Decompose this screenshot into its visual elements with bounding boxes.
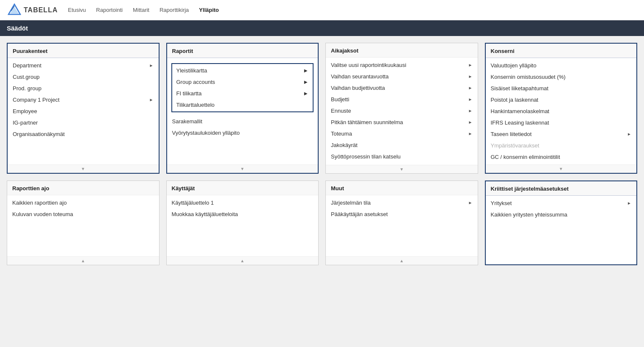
arrow-icon: ►: [149, 97, 154, 102]
main-content: Puurakenteet Department ► Cust.group Pro…: [0, 36, 644, 272]
scroll-up-btn[interactable]: ▲: [167, 256, 319, 265]
panel-kriittiset-header: Kriittiset järjestelmäasetukset: [486, 181, 637, 196]
list-item[interactable]: Prod. group: [8, 83, 159, 94]
bottom-grid-row: Raporttien ajo Kaikkien raporttien ajo K…: [7, 180, 637, 265]
arrow-icon: ►: [468, 74, 473, 79]
list-item[interactable]: Pääkäyttäjän asetukset: [326, 208, 478, 220]
list-item[interactable]: Vyörytystaulukoiden ylläpito: [167, 127, 318, 139]
nav-yllapito[interactable]: Ylläpito: [199, 5, 219, 15]
scroll-down-btn[interactable]: ▼: [167, 164, 318, 173]
panel-aikajaksot-header: Aikajaksot: [326, 43, 478, 58]
panel-raporttien-ajo-header: Raporttien ajo: [7, 181, 159, 195]
nav-items: Etusivu Raportointi Mittarit Raporttikir…: [68, 5, 219, 15]
list-item[interactable]: Taseen liitetiedot ►: [486, 128, 637, 140]
list-item[interactable]: Tilikarttaluettelo: [172, 99, 313, 111]
arrow-icon: ►: [468, 131, 473, 136]
scroll-up-btn[interactable]: ▲: [7, 256, 159, 265]
list-item[interactable]: Employee: [8, 105, 159, 117]
arrow-icon: ►: [627, 201, 631, 205]
list-item[interactable]: Järjestelmän tila ►: [326, 197, 478, 208]
list-item[interactable]: Yleistilikartta ►: [172, 65, 313, 76]
page-header: Säädöt: [0, 20, 644, 36]
list-item[interactable]: Organisaationäkymät: [8, 128, 159, 140]
list-item[interactable]: Syöttöprosessin tilan katselu: [326, 151, 478, 162]
top-navigation: TABELLA Etusivu Raportointi Mittarit Rap…: [0, 0, 644, 20]
arrow-icon: ►: [303, 79, 308, 85]
raportit-subgroup: Yleistilikartta ► Group accounts ► FI ti…: [171, 63, 314, 112]
panel-konserni: Konserni Valuuttojen ylläpito Konsernin …: [485, 43, 638, 174]
panel-puurakenteet-header: Puurakenteet: [8, 44, 159, 58]
panel-aikajaksot: Aikajaksot Valitse uusi raportointikuuka…: [325, 43, 478, 174]
panel-kriittiset-body: Yritykset ► Kaikkien yritysten yhteissum…: [486, 196, 637, 264]
panel-kayttajat-body: Käyttäjäluettelo 1 Muokkaa käyttäjäluett…: [167, 195, 319, 256]
list-item[interactable]: Poistot ja laskennat: [486, 94, 637, 105]
panel-konserni-header: Konserni: [486, 44, 637, 58]
list-item[interactable]: Konsernin omistusosuudet (%): [486, 71, 637, 83]
scroll-up-btn[interactable]: ▲: [326, 256, 478, 265]
panel-aikajaksot-body: Valitse uusi raportointikuukausi ► Vaihd…: [326, 58, 478, 165]
arrow-icon: ►: [468, 97, 473, 102]
arrow-icon: ►: [303, 67, 308, 74]
arrow-icon: ►: [468, 120, 473, 125]
nav-mittarit[interactable]: Mittarit: [133, 5, 149, 15]
arrow-icon: ►: [468, 200, 473, 205]
panel-kayttajat: Käyttäjät Käyttäjäluettelo 1 Muokkaa käy…: [166, 180, 319, 265]
panel-raportit: Raportit Yleistilikartta ► Group account…: [166, 43, 319, 174]
list-item-disabled: Ympäristövaraukset: [486, 140, 637, 151]
list-item[interactable]: Valitse uusi raportointikuukausi ►: [326, 59, 478, 71]
scroll-down-btn[interactable]: ▼: [326, 165, 478, 173]
list-item[interactable]: Kaikkien raporttien ajo: [7, 197, 159, 208]
list-item[interactable]: Hankintamenolaskelmat: [486, 105, 637, 117]
scroll-down-btn[interactable]: ▼: [8, 164, 159, 173]
arrow-icon: ►: [468, 108, 473, 113]
list-item[interactable]: Department ►: [8, 60, 159, 71]
arrow-icon: ►: [149, 63, 154, 68]
arrow-icon: ►: [468, 63, 473, 67]
list-item[interactable]: Cust.group: [8, 71, 159, 83]
list-item[interactable]: Sarakemallit: [167, 116, 318, 127]
list-item[interactable]: Valuuttojen ylläpito: [486, 60, 637, 71]
list-item[interactable]: Company 1 Project ►: [8, 94, 159, 105]
panel-raportit-header: Raportit: [167, 44, 318, 58]
panel-muut: Muut Järjestelmän tila ► Pääkäyttäjän as…: [325, 180, 478, 265]
top-grid-row: Puurakenteet Department ► Cust.group Pro…: [7, 43, 637, 174]
panel-raporttien-ajo: Raporttien ajo Kaikkien raporttien ajo K…: [7, 180, 160, 265]
list-item[interactable]: Jakokäyrät: [326, 139, 478, 151]
arrow-icon: ►: [303, 90, 308, 97]
page-title: Säädöt: [7, 25, 28, 32]
list-item[interactable]: Kuluvan vuoden toteuma: [7, 208, 159, 220]
panel-kayttajat-header: Käyttäjät: [167, 181, 319, 195]
list-item[interactable]: Yritykset ►: [486, 197, 637, 209]
list-item[interactable]: Ennuste ►: [326, 105, 478, 117]
list-item[interactable]: Budjetti ►: [326, 94, 478, 105]
list-item[interactable]: Vaihdan budjettivuotta ►: [326, 82, 478, 94]
list-item[interactable]: IG-partner: [8, 117, 159, 128]
nav-raportointi[interactable]: Raportointi: [96, 5, 123, 15]
nav-etusivu[interactable]: Etusivu: [68, 5, 86, 15]
list-item[interactable]: Toteuma ►: [326, 128, 478, 139]
list-item-group-accounts[interactable]: Group accounts ►: [172, 76, 313, 88]
panel-konserni-body: Valuuttojen ylläpito Konsernin omistusos…: [486, 58, 637, 164]
panel-puurakenteet-body: Department ► Cust.group Prod. group Comp…: [8, 58, 159, 164]
panel-muut-header: Muut: [326, 181, 478, 195]
panel-raportit-body: Yleistilikartta ► Group accounts ► FI ti…: [167, 58, 318, 164]
logo-text: TABELLA: [24, 6, 58, 14]
arrow-icon: ►: [627, 132, 631, 136]
panel-raporttien-ajo-body: Kaikkien raporttien ajo Kuluvan vuoden t…: [7, 195, 159, 256]
arrow-icon: ►: [468, 86, 473, 90]
list-item[interactable]: IFRS Leasing laskennat: [486, 117, 637, 128]
list-item[interactable]: FI tilikartta ►: [172, 88, 313, 99]
panel-muut-body: Järjestelmän tila ► Pääkäyttäjän asetuks…: [326, 195, 478, 256]
scroll-down-btn[interactable]: ▼: [486, 164, 637, 173]
list-item[interactable]: Sisäiset liiketapahtumat: [486, 83, 637, 94]
logo[interactable]: TABELLA: [7, 3, 58, 18]
list-item[interactable]: Käyttäjäluettelo 1: [167, 197, 319, 208]
list-item[interactable]: GC / konsernin eliminointitilit: [486, 151, 637, 163]
logo-icon: [7, 3, 22, 18]
list-item[interactable]: Muokkaa käyttäjäluetteloita: [167, 208, 319, 220]
panel-puurakenteet: Puurakenteet Department ► Cust.group Pro…: [7, 43, 160, 174]
list-item[interactable]: Vaihdan seurantavuotta ►: [326, 71, 478, 82]
list-item[interactable]: Kaikkien yritysten yhteissumma: [486, 209, 637, 220]
list-item[interactable]: Pitkän tähtäimen suunnitelma ►: [326, 117, 478, 128]
nav-raporttikirja[interactable]: Raporttikirja: [160, 5, 189, 15]
